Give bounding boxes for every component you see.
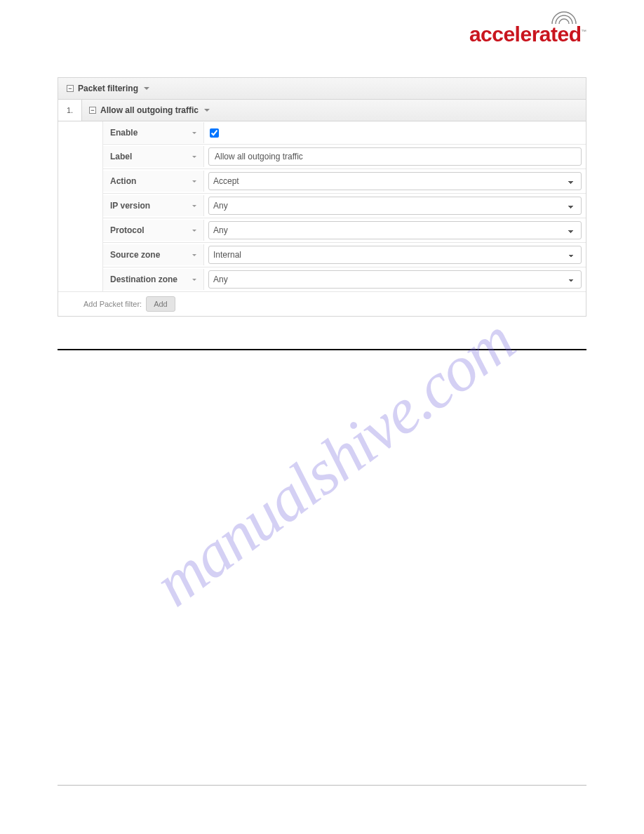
panel-header-packet-filtering[interactable]: − Packet filtering (58, 78, 586, 100)
add-packet-filter-row: Add Packet filter: Add (58, 291, 586, 316)
field-row-enable: Enable (103, 121, 586, 145)
field-control-label (204, 145, 586, 168)
field-row-action: Action Accept (103, 169, 586, 194)
caret-down-icon[interactable] (192, 254, 196, 256)
protocol-select[interactable]: Any (208, 221, 582, 239)
fields-table: Enable Label Action (103, 121, 586, 291)
collapse-icon[interactable]: − (89, 107, 96, 114)
field-row-destination-zone: Destination zone Any (103, 267, 586, 291)
packet-filtering-panel: − Packet filtering 1. − Allow all outgoi… (58, 77, 586, 317)
field-label: Action (103, 171, 204, 192)
rule-header-row: 1. − Allow all outgoing traffic (58, 100, 586, 121)
field-label: Source zone (103, 244, 204, 265)
label-input[interactable] (208, 147, 582, 166)
destination-zone-select[interactable]: Any (208, 270, 582, 289)
field-control-protocol: Any (204, 218, 586, 242)
field-control-source-zone: Internal (204, 243, 586, 267)
rule-header[interactable]: − Allow all outgoing traffic (82, 100, 586, 121)
logo-arcs-icon (546, 10, 582, 25)
field-label: Label (103, 146, 204, 167)
field-row-protocol: Protocol Any (103, 218, 586, 243)
enable-checkbox[interactable] (210, 128, 219, 138)
field-label: Destination zone (103, 269, 204, 290)
caret-down-icon[interactable] (192, 132, 196, 134)
field-label: IP version (103, 195, 204, 216)
panel-title: Packet filtering (78, 84, 138, 93)
footer-line (58, 785, 586, 786)
collapse-icon[interactable]: − (67, 85, 74, 92)
caret-down-icon[interactable] (192, 180, 196, 183)
separator-line (58, 349, 586, 350)
rule-fields: Enable Label Action (58, 121, 586, 291)
field-control-enable (204, 126, 586, 140)
field-control-destination-zone: Any (204, 267, 586, 291)
caret-down-icon[interactable] (192, 230, 196, 232)
source-zone-select[interactable]: Internal (208, 246, 582, 264)
rule-index: 1. (58, 100, 82, 121)
logo-text: accelerated™ (469, 24, 586, 45)
caret-down-icon[interactable] (192, 156, 196, 158)
field-control-action: Accept (204, 169, 586, 193)
add-prompt: Add Packet filter: (83, 300, 142, 308)
caret-down-icon[interactable] (192, 205, 196, 207)
fields-spacer (58, 121, 103, 291)
caret-down-icon (144, 87, 149, 90)
field-row-label: Label (103, 145, 586, 169)
caret-down-icon[interactable] (192, 279, 196, 281)
add-button[interactable]: Add (146, 296, 175, 312)
field-row-ip-version: IP version Any (103, 194, 586, 218)
caret-down-icon (204, 109, 210, 112)
field-row-source-zone: Source zone Internal (103, 243, 586, 267)
rule-title: Allow all outgoing traffic (100, 105, 199, 115)
field-label: Enable (103, 122, 204, 143)
action-select[interactable]: Accept (208, 172, 582, 190)
field-control-ip-version: Any (204, 194, 586, 218)
ip-version-select[interactable]: Any (208, 197, 582, 215)
brand-logo: accelerated™ (469, 10, 586, 45)
field-label: Protocol (103, 220, 204, 241)
watermark-text: manualshive.com (140, 303, 528, 621)
